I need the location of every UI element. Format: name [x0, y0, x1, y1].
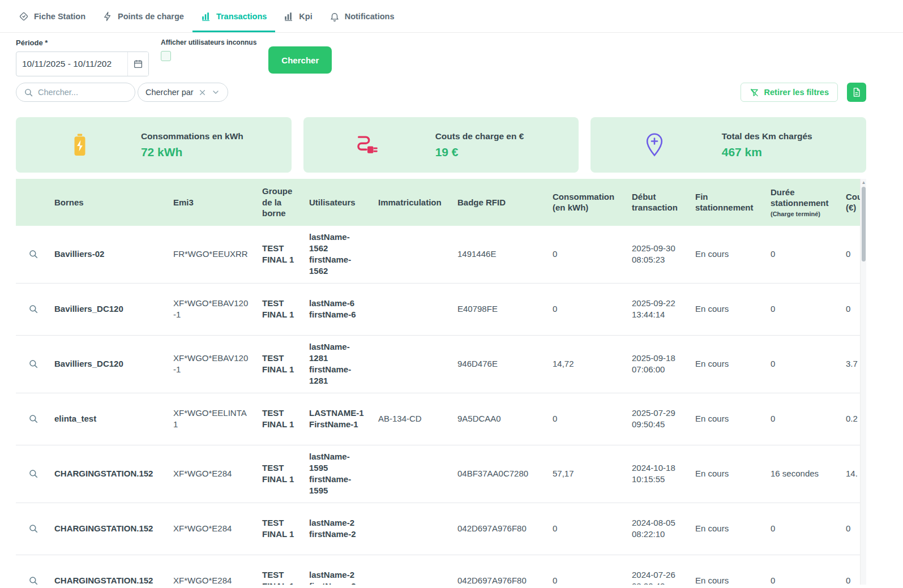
col-bornes: Bornes	[50, 179, 169, 226]
chevron-down-icon[interactable]	[211, 88, 220, 97]
table-scrollbar[interactable]: ▲	[860, 179, 866, 585]
col-consommation: Consommation (en kWh)	[548, 179, 627, 226]
periode-field: Période * 10/11/2025 - 10/11/202	[16, 38, 149, 76]
row-search-icon[interactable]	[20, 469, 38, 479]
cell-fin-stationnement: En cours	[691, 503, 766, 555]
row-search-icon[interactable]	[20, 359, 38, 369]
col-fin-stationnement: Fin stationnement	[691, 179, 766, 226]
clear-icon[interactable]	[198, 88, 207, 97]
cell-debut-transaction: 2025-09-30 08:05:23	[627, 226, 691, 284]
cell-utilisateurs: LASTNAME-1 FirstName-1	[305, 393, 374, 445]
date-range-value: 10/11/2025 - 10/11/202	[16, 59, 127, 69]
export-button[interactable]	[847, 83, 866, 102]
top-tabs: Fiche Station Points de charge Transacti…	[0, 0, 903, 33]
cell-emi3: XF*WGO*E284	[169, 503, 258, 555]
row-search-icon[interactable]	[20, 414, 38, 424]
filter-off-icon	[750, 88, 759, 97]
table-row: CHARGINGSTATION.152 XF*WGO*E284 TEST FIN…	[16, 555, 866, 585]
cell-utilisateurs: lastName-2 firstName-2	[305, 503, 374, 555]
cell-bornes: elinta_test	[50, 393, 169, 445]
col-debut-transaction: Début transaction	[627, 179, 691, 226]
cell-bornes: CHARGINGSTATION.152	[50, 555, 169, 585]
cell-consommation: 57,17	[548, 445, 627, 503]
card-value: 467 km	[722, 145, 812, 159]
cell-consommation: 0	[548, 226, 627, 284]
cell-bornes: Bavilliers_DC120	[50, 335, 169, 393]
cell-immatriculation	[374, 555, 453, 585]
table-row: CHARGINGSTATION.152 XF*WGO*E284 TEST FIN…	[16, 445, 866, 503]
card-title: Consommations en kWh	[141, 131, 243, 141]
cell-utilisateurs: lastName-1281 firstName-1281	[305, 335, 374, 393]
cell-groupe: TEST FINAL 1	[258, 503, 305, 555]
cell-debut-transaction: 2024-10-18 10:15:55	[627, 445, 691, 503]
unknown-users-checkbox[interactable]	[161, 51, 171, 61]
search-field[interactable]	[16, 83, 135, 102]
card-consommation: Consommations en kWh 72 kWh	[16, 117, 292, 173]
scrollbar-thumb[interactable]	[862, 187, 866, 261]
tab-notifications[interactable]: Notifications	[321, 0, 403, 32]
cell-consommation: 0	[548, 555, 627, 585]
col-immatriculation: Immatriculation	[374, 179, 453, 226]
unknown-users-field: Afficher utilisateurs inconnus	[161, 38, 256, 63]
cell-badge-rfid: E40798FE	[453, 283, 548, 335]
cell-badge-rfid: 042D697A976F80	[453, 555, 548, 585]
cell-fin-stationnement: En cours	[691, 283, 766, 335]
col-groupe: Groupe de la borne	[258, 179, 305, 226]
calendar-icon[interactable]	[127, 52, 148, 76]
row-search-icon[interactable]	[20, 523, 38, 534]
cell-emi3: XF*WGO*EBAV120-1	[169, 335, 258, 393]
cell-debut-transaction: 2024-08-05 08:22:10	[627, 503, 691, 555]
tab-label: Notifications	[345, 12, 395, 21]
search-input[interactable]	[38, 88, 127, 97]
cell-debut-transaction: 2024-07-26 08:20:42	[627, 555, 691, 585]
cell-groupe: TEST FINAL 1	[258, 555, 305, 585]
card-couts: Couts de charge en € 19 €	[303, 117, 579, 173]
cell-consommation: 0	[548, 393, 627, 445]
tab-label: Fiche Station	[34, 12, 85, 21]
cell-duree-stationnement: 0	[766, 503, 841, 555]
date-range-input[interactable]: 10/11/2025 - 10/11/202	[16, 51, 149, 76]
cell-groupe: TEST FINAL 1	[258, 393, 305, 445]
cell-duree-stationnement: 0	[766, 226, 841, 284]
tab-transactions[interactable]: Transactions	[192, 0, 275, 32]
tab-kpi[interactable]: Kpi	[275, 0, 320, 32]
cell-badge-rfid: 1491446E	[453, 226, 548, 284]
cell-utilisateurs: lastName-1562 firstName-1562	[305, 226, 374, 284]
search-button[interactable]: Chercher	[268, 46, 332, 74]
cell-duree-stationnement: 0	[766, 283, 841, 335]
cell-emi3: XF*WGO*EBAV120-1	[169, 283, 258, 335]
cell-badge-rfid: 9A5DCAA0	[453, 393, 548, 445]
table-row: CHARGINGSTATION.152 XF*WGO*E284 TEST FIN…	[16, 503, 866, 555]
summary-cards: Consommations en kWh 72 kWh Couts de cha…	[16, 117, 866, 173]
cell-badge-rfid: 04BF37AA0C7280	[453, 445, 548, 503]
cell-consommation: 0	[548, 503, 627, 555]
remove-filters-button[interactable]: Retirer les filtres	[741, 83, 838, 102]
cell-fin-stationnement: En cours	[691, 226, 766, 284]
search-row: Chercher par Retirer les filtres	[16, 83, 866, 102]
table-row: elinta_test XF*WGO*EELINTA1 TEST FINAL 1…	[16, 393, 866, 445]
scrollbar-up-arrow[interactable]: ▲	[861, 179, 866, 186]
cell-groupe: TEST FINAL 1	[258, 226, 305, 284]
cell-emi3: XF*WGO*EELINTA1	[169, 393, 258, 445]
cell-utilisateurs: lastName-1595 firstName-1595	[305, 445, 374, 503]
table-row: Bavilliers_DC120 XF*WGO*EBAV120-1 TEST F…	[16, 335, 866, 393]
search-by-dropdown[interactable]: Chercher par	[138, 83, 228, 102]
table-row: Bavilliers_DC120 XF*WGO*EBAV120-1 TEST F…	[16, 283, 866, 335]
tab-fiche-station[interactable]: Fiche Station	[10, 0, 94, 32]
row-search-icon[interactable]	[20, 249, 38, 259]
duree-subnote: (Charge terminé)	[771, 210, 834, 218]
cell-emi3: FR*WGO*EEUXRR	[169, 226, 258, 284]
transactions-table: Bornes Emi3 Groupe de la borne Utilisate…	[16, 179, 866, 585]
cell-debut-transaction: 2025-07-29 09:50:45	[627, 393, 691, 445]
row-search-icon[interactable]	[20, 576, 38, 585]
col-badge-rfid: Badge RFID	[453, 179, 548, 226]
tab-label: Transactions	[216, 12, 267, 21]
cell-fin-stationnement: En cours	[691, 555, 766, 585]
charging-plug-icon	[354, 134, 380, 156]
tab-points-de-charge[interactable]: Points de charge	[94, 0, 192, 32]
row-search-icon[interactable]	[20, 304, 38, 314]
search-icon	[24, 88, 33, 97]
cell-immatriculation: AB-134-CD	[374, 393, 453, 445]
station-icon	[19, 11, 29, 22]
unknown-users-label: Afficher utilisateurs inconnus	[161, 38, 256, 46]
